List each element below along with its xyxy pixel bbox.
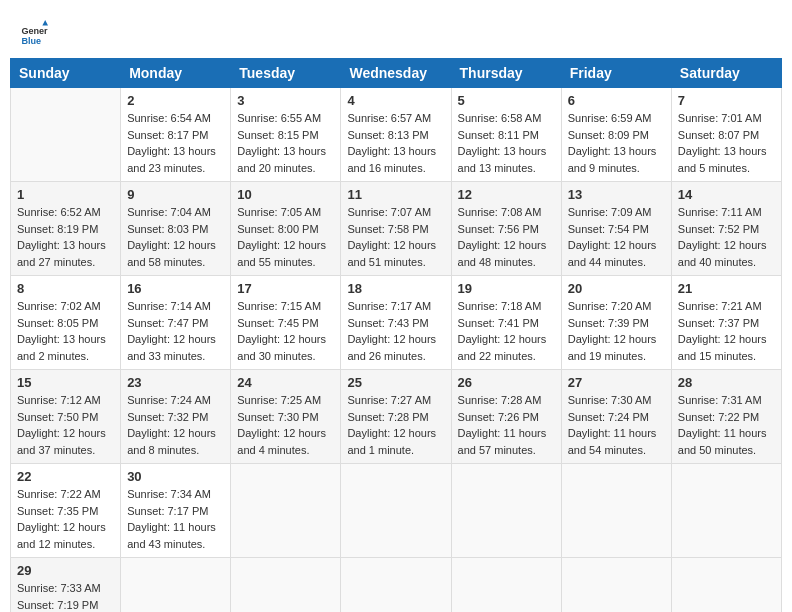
calendar-cell: 12Sunrise: 7:08 AM Sunset: 7:56 PM Dayli… (451, 182, 561, 276)
day-info: Sunrise: 7:25 AM Sunset: 7:30 PM Dayligh… (237, 392, 334, 458)
calendar-cell: 24Sunrise: 7:25 AM Sunset: 7:30 PM Dayli… (231, 370, 341, 464)
calendar-cell: 3Sunrise: 6:55 AM Sunset: 8:15 PM Daylig… (231, 88, 341, 182)
calendar-cell: 11Sunrise: 7:07 AM Sunset: 7:58 PM Dayli… (341, 182, 451, 276)
page-header: General Blue (10, 10, 782, 53)
calendar-cell: 7Sunrise: 7:01 AM Sunset: 8:07 PM Daylig… (671, 88, 781, 182)
day-number: 2 (127, 93, 224, 108)
calendar-week-row: 29Sunrise: 7:33 AM Sunset: 7:19 PM Dayli… (11, 558, 782, 613)
calendar-cell: 10Sunrise: 7:05 AM Sunset: 8:00 PM Dayli… (231, 182, 341, 276)
calendar-cell (341, 464, 451, 558)
day-info: Sunrise: 7:01 AM Sunset: 8:07 PM Dayligh… (678, 110, 775, 176)
day-info: Sunrise: 7:18 AM Sunset: 7:41 PM Dayligh… (458, 298, 555, 364)
weekday-header: Friday (561, 59, 671, 88)
logo-icon: General Blue (20, 20, 48, 48)
day-info: Sunrise: 6:54 AM Sunset: 8:17 PM Dayligh… (127, 110, 224, 176)
day-info: Sunrise: 6:57 AM Sunset: 8:13 PM Dayligh… (347, 110, 444, 176)
day-info: Sunrise: 7:09 AM Sunset: 7:54 PM Dayligh… (568, 204, 665, 270)
calendar-cell: 25Sunrise: 7:27 AM Sunset: 7:28 PM Dayli… (341, 370, 451, 464)
day-info: Sunrise: 6:52 AM Sunset: 8:19 PM Dayligh… (17, 204, 114, 270)
svg-text:General: General (21, 26, 48, 36)
day-number: 6 (568, 93, 665, 108)
calendar-cell: 15Sunrise: 7:12 AM Sunset: 7:50 PM Dayli… (11, 370, 121, 464)
day-info: Sunrise: 6:58 AM Sunset: 8:11 PM Dayligh… (458, 110, 555, 176)
day-number: 28 (678, 375, 775, 390)
calendar-cell: 21Sunrise: 7:21 AM Sunset: 7:37 PM Dayli… (671, 276, 781, 370)
calendar-cell (561, 558, 671, 613)
weekday-header: Tuesday (231, 59, 341, 88)
day-info: Sunrise: 7:17 AM Sunset: 7:43 PM Dayligh… (347, 298, 444, 364)
day-info: Sunrise: 7:27 AM Sunset: 7:28 PM Dayligh… (347, 392, 444, 458)
day-number: 8 (17, 281, 114, 296)
day-number: 3 (237, 93, 334, 108)
day-info: Sunrise: 7:08 AM Sunset: 7:56 PM Dayligh… (458, 204, 555, 270)
day-info: Sunrise: 6:59 AM Sunset: 8:09 PM Dayligh… (568, 110, 665, 176)
calendar-cell (11, 88, 121, 182)
calendar-cell (671, 558, 781, 613)
calendar-cell (231, 558, 341, 613)
day-info: Sunrise: 7:11 AM Sunset: 7:52 PM Dayligh… (678, 204, 775, 270)
calendar-cell: 8Sunrise: 7:02 AM Sunset: 8:05 PM Daylig… (11, 276, 121, 370)
weekday-header: Monday (121, 59, 231, 88)
weekday-header: Saturday (671, 59, 781, 88)
calendar-week-row: 8Sunrise: 7:02 AM Sunset: 8:05 PM Daylig… (11, 276, 782, 370)
calendar-cell: 4Sunrise: 6:57 AM Sunset: 8:13 PM Daylig… (341, 88, 451, 182)
day-info: Sunrise: 7:02 AM Sunset: 8:05 PM Dayligh… (17, 298, 114, 364)
day-number: 30 (127, 469, 224, 484)
calendar-cell (121, 558, 231, 613)
day-number: 4 (347, 93, 444, 108)
day-info: Sunrise: 7:21 AM Sunset: 7:37 PM Dayligh… (678, 298, 775, 364)
calendar-cell: 1Sunrise: 6:52 AM Sunset: 8:19 PM Daylig… (11, 182, 121, 276)
day-number: 1 (17, 187, 114, 202)
day-info: Sunrise: 7:20 AM Sunset: 7:39 PM Dayligh… (568, 298, 665, 364)
day-info: Sunrise: 7:28 AM Sunset: 7:26 PM Dayligh… (458, 392, 555, 458)
calendar-cell: 2Sunrise: 6:54 AM Sunset: 8:17 PM Daylig… (121, 88, 231, 182)
calendar-cell: 20Sunrise: 7:20 AM Sunset: 7:39 PM Dayli… (561, 276, 671, 370)
calendar-cell: 18Sunrise: 7:17 AM Sunset: 7:43 PM Dayli… (341, 276, 451, 370)
day-number: 19 (458, 281, 555, 296)
day-info: Sunrise: 7:07 AM Sunset: 7:58 PM Dayligh… (347, 204, 444, 270)
calendar-cell: 9Sunrise: 7:04 AM Sunset: 8:03 PM Daylig… (121, 182, 231, 276)
day-number: 27 (568, 375, 665, 390)
calendar-cell (341, 558, 451, 613)
calendar-cell: 23Sunrise: 7:24 AM Sunset: 7:32 PM Dayli… (121, 370, 231, 464)
day-number: 24 (237, 375, 334, 390)
calendar-cell: 22Sunrise: 7:22 AM Sunset: 7:35 PM Dayli… (11, 464, 121, 558)
calendar-cell: 28Sunrise: 7:31 AM Sunset: 7:22 PM Dayli… (671, 370, 781, 464)
day-info: Sunrise: 7:34 AM Sunset: 7:17 PM Dayligh… (127, 486, 224, 552)
calendar-week-row: 22Sunrise: 7:22 AM Sunset: 7:35 PM Dayli… (11, 464, 782, 558)
calendar-cell: 26Sunrise: 7:28 AM Sunset: 7:26 PM Dayli… (451, 370, 561, 464)
day-number: 14 (678, 187, 775, 202)
calendar-cell: 27Sunrise: 7:30 AM Sunset: 7:24 PM Dayli… (561, 370, 671, 464)
day-number: 5 (458, 93, 555, 108)
calendar-cell (561, 464, 671, 558)
weekday-header: Sunday (11, 59, 121, 88)
day-number: 17 (237, 281, 334, 296)
day-number: 23 (127, 375, 224, 390)
day-info: Sunrise: 6:55 AM Sunset: 8:15 PM Dayligh… (237, 110, 334, 176)
calendar-header-row: SundayMondayTuesdayWednesdayThursdayFrid… (11, 59, 782, 88)
day-info: Sunrise: 7:12 AM Sunset: 7:50 PM Dayligh… (17, 392, 114, 458)
calendar-cell (231, 464, 341, 558)
day-number: 15 (17, 375, 114, 390)
calendar-week-row: 1Sunrise: 6:52 AM Sunset: 8:19 PM Daylig… (11, 182, 782, 276)
calendar-cell: 19Sunrise: 7:18 AM Sunset: 7:41 PM Dayli… (451, 276, 561, 370)
calendar-cell: 16Sunrise: 7:14 AM Sunset: 7:47 PM Dayli… (121, 276, 231, 370)
calendar-cell: 14Sunrise: 7:11 AM Sunset: 7:52 PM Dayli… (671, 182, 781, 276)
day-info: Sunrise: 7:33 AM Sunset: 7:19 PM Dayligh… (17, 580, 114, 612)
day-number: 20 (568, 281, 665, 296)
day-number: 26 (458, 375, 555, 390)
calendar-cell: 5Sunrise: 6:58 AM Sunset: 8:11 PM Daylig… (451, 88, 561, 182)
day-number: 29 (17, 563, 114, 578)
calendar-body: 2Sunrise: 6:54 AM Sunset: 8:17 PM Daylig… (11, 88, 782, 613)
day-info: Sunrise: 7:30 AM Sunset: 7:24 PM Dayligh… (568, 392, 665, 458)
day-number: 9 (127, 187, 224, 202)
calendar-cell (671, 464, 781, 558)
logo: General Blue (20, 20, 50, 48)
calendar-cell (451, 558, 561, 613)
day-number: 16 (127, 281, 224, 296)
day-info: Sunrise: 7:22 AM Sunset: 7:35 PM Dayligh… (17, 486, 114, 552)
day-number: 25 (347, 375, 444, 390)
day-number: 7 (678, 93, 775, 108)
day-info: Sunrise: 7:04 AM Sunset: 8:03 PM Dayligh… (127, 204, 224, 270)
day-number: 12 (458, 187, 555, 202)
